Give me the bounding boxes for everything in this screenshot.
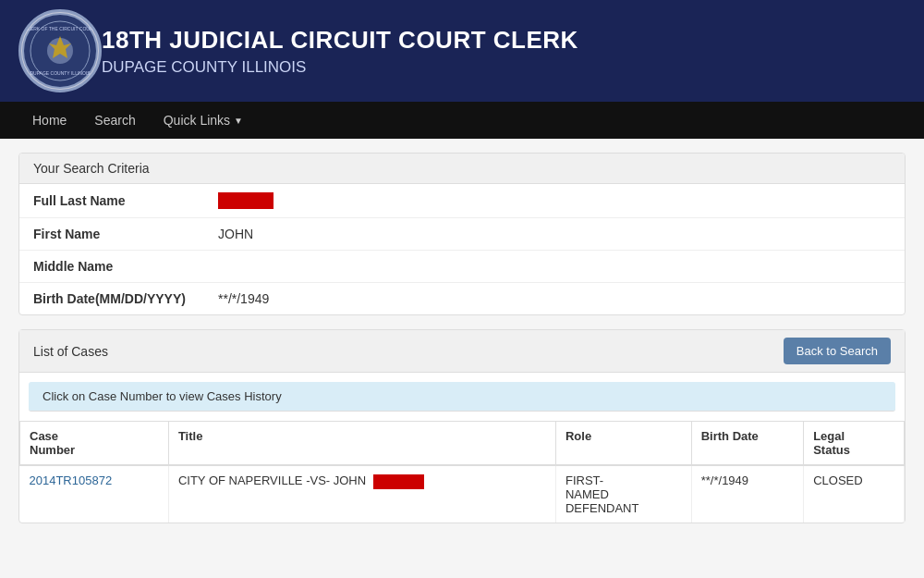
criteria-value-birth-date: **/*/1949 [204,283,905,315]
cases-table-header-row: CaseNumber Title Role Birth Date LegalSt… [20,422,905,466]
criteria-label-middle-name: Middle Name [19,251,204,283]
cases-card: List of Cases Back to Search Click on Ca… [18,329,906,523]
search-criteria-card: Your Search Criteria Full Last Name Firs… [18,153,906,315]
page-header: CLERK OF THE CIRCUIT COURT DUPAGE COUNTY… [0,0,924,102]
col-header-birth-date: Birth Date [691,422,803,466]
criteria-label-first-name: First Name [19,218,204,251]
nav-home[interactable]: Home [18,104,80,137]
cases-table: CaseNumber Title Role Birth Date LegalSt… [19,421,905,523]
dropdown-arrow-icon: ▼ [234,116,243,126]
criteria-label-birth-date: Birth Date(MM/DD/YYYY) [19,283,204,315]
svg-text:CLERK OF THE CIRCUIT COURT: CLERK OF THE CIRCUIT COURT [25,26,96,31]
criteria-table: Full Last Name First Name JOHN Middle Na… [19,184,905,314]
criteria-value-last-name [204,184,905,218]
nav-search[interactable]: Search [80,104,149,137]
last-name-redacted [218,192,274,209]
criteria-value-first-name: JOHN [204,218,905,251]
cases-card-header: List of Cases Back to Search [19,330,905,373]
cases-section-title: List of Cases [33,344,108,359]
cell-legal-status: CLOSED [804,465,905,523]
header-text-block: 18TH JUDICIAL CIRCUIT COURT CLERK DUPAGE… [102,26,578,77]
court-subtitle: DUPAGE COUNTY ILLINOIS [102,58,578,77]
court-seal: CLERK OF THE CIRCUIT COURT DUPAGE COUNTY… [18,9,102,92]
court-title: 18TH JUDICIAL CIRCUIT COURT CLERK [102,26,578,55]
case-number-link[interactable]: 2014TR105872 [30,473,113,487]
criteria-value-middle-name [204,251,905,283]
search-criteria-header: Your Search Criteria [19,154,905,184]
nav-quick-links[interactable]: Quick Links ▼ [150,104,257,137]
criteria-row-middle-name: Middle Name [19,251,905,283]
title-redacted [373,474,424,489]
cell-role: FIRST-NAMEDDEFENDANT [555,465,691,523]
criteria-row-first-name: First Name JOHN [19,218,905,251]
svg-text:DUPAGE COUNTY ILLINOIS: DUPAGE COUNTY ILLINOIS [30,70,91,76]
cases-instruction: Click on Case Number to view Cases Histo… [29,382,895,412]
col-header-legal-status: LegalStatus [804,422,905,466]
main-content: Your Search Criteria Full Last Name Firs… [0,139,924,551]
seal-image: CLERK OF THE CIRCUIT COURT DUPAGE COUNTY… [21,12,99,90]
col-header-role: Role [555,422,691,466]
criteria-row-birth-date: Birth Date(MM/DD/YYYY) **/*/1949 [19,283,905,315]
col-header-title: Title [168,422,555,466]
criteria-row-last-name: Full Last Name [19,184,905,218]
case-title-text: CITY OF NAPERVILLE -VS- JOHN [178,473,366,487]
cell-case-number: 2014TR105872 [20,465,169,523]
criteria-label-last-name: Full Last Name [19,184,204,218]
back-to-search-button[interactable]: Back to Search [784,338,891,364]
cell-title: CITY OF NAPERVILLE -VS- JOHN [168,465,555,523]
main-nav: Home Search Quick Links ▼ [0,102,924,139]
cell-birth-date: **/*/1949 [691,465,803,523]
table-row: 2014TR105872 CITY OF NAPERVILLE -VS- JOH… [20,465,905,523]
col-header-case-number: CaseNumber [20,422,169,466]
